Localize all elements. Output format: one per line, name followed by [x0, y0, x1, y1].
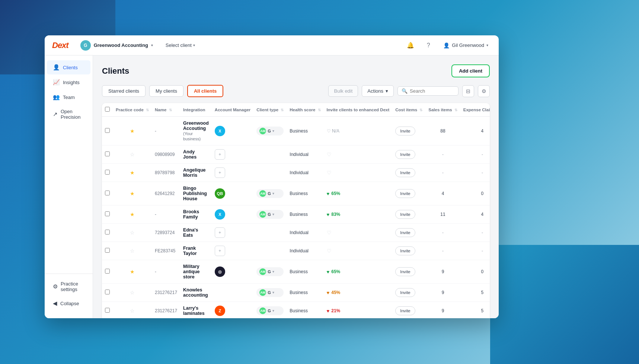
add-integration-icon[interactable]: +	[215, 246, 225, 256]
star-empty-icon[interactable]: ☆	[130, 151, 135, 157]
row-checkbox[interactable]	[105, 290, 110, 294]
sidebar-item-collapse[interactable]: ◀ Collapse	[47, 296, 90, 310]
col-expense-claims[interactable]: Expense Claims ⇅	[460, 103, 490, 116]
col-practice-code[interactable]: Practice code ⇅	[113, 103, 152, 116]
invite-button[interactable]: Invite	[395, 189, 415, 198]
integration-cell: +	[212, 242, 254, 260]
am-badge[interactable]: AM G ▾	[256, 189, 284, 198]
col-name[interactable]: Name ⇅	[152, 103, 180, 116]
search-input[interactable]	[410, 88, 454, 94]
star-filled-icon[interactable]: ★	[130, 269, 135, 275]
row-checkbox[interactable]	[105, 128, 110, 133]
cost-items-cell: 9	[425, 302, 460, 319]
client-type-cell: Individual	[287, 242, 323, 260]
practice-code-cell: 62641292	[152, 182, 180, 205]
row-checkbox[interactable]	[105, 151, 110, 156]
org-name: Greenwood Accounting	[94, 42, 148, 48]
name-cell[interactable]: Brooks Family	[180, 205, 212, 224]
invite-button[interactable]: Invite	[395, 267, 415, 276]
org-switcher[interactable]: G Greenwood Accounting ▾	[77, 39, 156, 52]
select-client-button[interactable]: Select client ▾	[162, 41, 199, 50]
name-cell[interactable]: Bingo Publishing House	[180, 182, 212, 205]
select-all-checkbox[interactable]	[105, 107, 110, 112]
tab-all-clients[interactable]: All clients	[187, 85, 223, 97]
am-dot: AM	[259, 128, 266, 134]
invite-button[interactable]: Invite	[395, 168, 415, 177]
col-client-type[interactable]: Client type ⇅	[253, 103, 287, 116]
invite-button[interactable]: Invite	[395, 306, 415, 315]
name-cell[interactable]: Greenwood Accouting(Your business)	[180, 116, 212, 146]
clients-table-wrapper: Practice code ⇅ Name ⇅ Integration Accou…	[102, 103, 490, 318]
add-integration-icon[interactable]: +	[215, 149, 225, 160]
col-sales-items[interactable]: Sales items ⇅	[425, 103, 460, 116]
star-filled-icon[interactable]: ★	[130, 128, 135, 134]
star-filled-icon[interactable]: ★	[130, 170, 135, 176]
invite-button[interactable]: Invite	[395, 127, 415, 135]
notifications-icon[interactable]: 🔔	[405, 39, 416, 51]
add-integration-icon[interactable]: +	[215, 227, 225, 238]
tab-my-clients[interactable]: My clients	[149, 85, 183, 97]
am-badge[interactable]: AM G ▾	[256, 306, 284, 315]
col-cost-items[interactable]: Cost items ⇅	[392, 103, 425, 116]
sales-items-cell: -	[460, 242, 490, 260]
sidebar-item-practice-settings[interactable]: ⚙ Practice settings	[47, 277, 90, 296]
actions-button[interactable]: Actions ▾	[362, 85, 394, 97]
invite-button[interactable]: Invite	[395, 228, 415, 237]
health-heart-icon: ♥	[327, 290, 330, 296]
user-menu[interactable]: 👤 Gil Greenwood ▾	[440, 41, 491, 50]
sales-items-cell: -	[460, 164, 490, 182]
insights-icon: 📈	[53, 79, 60, 86]
star-empty-icon[interactable]: ☆	[130, 248, 135, 254]
sidebar-open-precision-label: Open Precision	[61, 109, 84, 120]
col-health-score[interactable]: Health score ⇅	[287, 103, 323, 116]
clients-icon: 👤	[53, 64, 60, 71]
cost-items-cell: 11	[425, 205, 460, 224]
name-cell[interactable]: Larry's laminates	[180, 302, 212, 319]
name-cell[interactable]: Frank Taylor	[180, 242, 212, 260]
name-cell[interactable]: Edna's Eats	[180, 224, 212, 242]
sidebar-item-open-precision[interactable]: ↗ Open Precision	[47, 105, 90, 124]
tab-starred-clients[interactable]: Starred clients	[102, 85, 146, 97]
row-checkbox[interactable]	[105, 308, 110, 313]
bulk-edit-button[interactable]: Bulk edit	[328, 85, 358, 97]
row-checkbox[interactable]	[105, 211, 110, 216]
add-client-button[interactable]: Add client	[451, 64, 490, 77]
star-empty-icon[interactable]: ☆	[130, 290, 135, 296]
invite-button[interactable]: Invite	[395, 210, 415, 219]
name-cell[interactable]: Andy Jones	[180, 146, 212, 164]
name-cell[interactable]: Knowles accounting	[180, 284, 212, 302]
sidebar-item-clients[interactable]: 👤 Clients	[47, 60, 90, 74]
row-checkbox[interactable]	[105, 191, 110, 195]
search-icon: 🔍	[402, 88, 408, 94]
row-checkbox[interactable]	[105, 170, 110, 175]
user-chevron-icon: ▾	[486, 43, 488, 47]
invite-button[interactable]: Invite	[395, 288, 415, 297]
name-cell[interactable]: Angelique Morris	[180, 164, 212, 182]
clients-table: Practice code ⇅ Name ⇅ Integration Accou…	[102, 103, 490, 318]
add-integration-icon[interactable]: +	[215, 167, 225, 178]
am-badge[interactable]: AM G ▾	[256, 127, 284, 135]
row-checkbox[interactable]	[105, 248, 110, 253]
sidebar-team-label: Team	[63, 95, 75, 100]
am-badge[interactable]: AM G ▾	[256, 267, 284, 276]
help-icon[interactable]: ?	[422, 39, 434, 51]
row-checkbox[interactable]	[105, 230, 110, 234]
am-badge[interactable]: AM G ▾	[256, 210, 284, 219]
select-all-checkbox-cell[interactable]	[102, 103, 113, 116]
filter-button[interactable]: ⊟	[462, 85, 474, 97]
star-empty-icon[interactable]: ☆	[130, 230, 135, 236]
column-settings-button[interactable]: ⚙	[478, 85, 490, 97]
account-manager-cell: AM G ▾	[253, 284, 287, 302]
name-cell[interactable]: Military antique store	[180, 260, 212, 284]
star-filled-icon[interactable]: ★	[130, 211, 135, 217]
star-empty-icon[interactable]: ☆	[130, 308, 135, 314]
sidebar-item-insights[interactable]: 📈 Insights	[47, 75, 90, 89]
sidebar-item-team[interactable]: 👥 Team	[47, 90, 90, 104]
invite-button[interactable]: Invite	[395, 246, 415, 255]
xero-icon: X	[215, 209, 225, 220]
row-checkbox[interactable]	[105, 269, 110, 274]
am-badge[interactable]: AM G ▾	[256, 288, 284, 297]
star-filled-icon[interactable]: ★	[130, 191, 135, 197]
invite-button[interactable]: Invite	[395, 150, 415, 159]
select-client-chevron-icon: ▾	[193, 43, 195, 47]
